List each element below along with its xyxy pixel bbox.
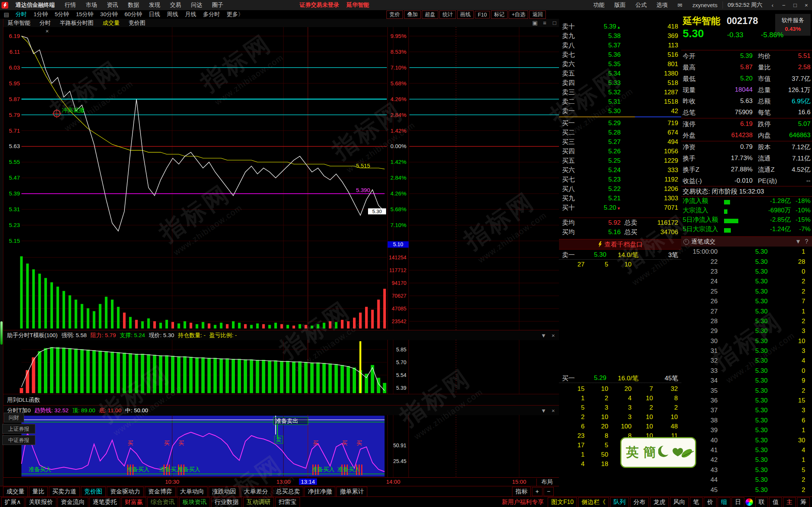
right-tab-龙虎[interactable]: 龙虎 <box>650 497 669 507</box>
orderbook-row-卖一[interactable]: 卖一5.3042 <box>559 106 681 116</box>
toolbar-button-超盘[interactable]: 超盘 <box>422 11 438 19</box>
period-tab-周线[interactable]: 周线 <box>164 11 182 18</box>
period-tab-60分钟[interactable]: 60分钟 <box>121 11 145 18</box>
indicator1-collapse-icon[interactable]: ▼ <box>541 332 546 339</box>
period-tab-30分钟[interactable]: 30分钟 <box>97 11 121 18</box>
orderbook-row-卖八[interactable]: 卖八5.37113 <box>559 41 681 50</box>
bottom-tab-涨跌动因[interactable]: 涨跌动因 <box>209 487 239 497</box>
bottom-tab2-扫雷宝[interactable]: 扫雷宝 <box>275 497 300 507</box>
bottom-tab2-板块资讯[interactable]: 板块资讯 <box>179 497 210 507</box>
orderbook-row-买十[interactable]: 买十5.20▼7071 <box>559 203 681 212</box>
right-tab-笔[interactable]: 笔 <box>690 497 703 507</box>
period-tab-15分钟[interactable]: 15分钟 <box>73 11 97 18</box>
bottom-tab-大单差分[interactable]: 大单差分 <box>241 487 271 497</box>
indicator1-close-icon[interactable]: × <box>551 332 555 339</box>
chart-tab-竞价图[interactable]: 竞价图 <box>124 20 150 27</box>
orderbook-row-卖三[interactable]: 卖三5.321287 <box>559 88 681 97</box>
bottom-tab2-互动调研[interactable]: 互动调研 <box>243 497 274 507</box>
menu-icon[interactable]: ≡ <box>540 20 550 26</box>
orderbook-row-卖七[interactable]: 卖七5.36516 <box>559 50 681 59</box>
chart-tab-分时[interactable]: 分时 <box>35 20 55 27</box>
right-tab-侧边栏《[interactable]: 侧边栏《 <box>578 497 609 507</box>
period-tab-更多〉[interactable]: 更多〉 <box>223 11 247 18</box>
indicator2-collapse-icon[interactable]: ▼ <box>541 407 546 414</box>
tab-tool-+[interactable]: + <box>532 487 542 496</box>
period-tab-分时[interactable]: 分时 <box>12 11 30 18</box>
right-tab-值[interactable]: 值 <box>769 497 782 507</box>
help-icon[interactable]: ? <box>805 238 808 245</box>
menu-item-发现[interactable]: 发现 <box>144 2 165 9</box>
side-button-问财[interactable]: 问财 <box>4 413 24 422</box>
bottom-tab-成交量[interactable]: 成交量 <box>3 487 28 497</box>
bottom-tab-撤单累计[interactable]: 撤单累计 <box>336 487 367 497</box>
bottom-tab2-逐笔委托[interactable]: 逐笔委托 <box>89 497 120 507</box>
orderbook-row-买三[interactable]: 买三5.27494 <box>559 137 681 147</box>
right-tab-分布[interactable]: 分布 <box>630 497 649 507</box>
toolbar-button-+自选[interactable]: +自选 <box>509 11 528 19</box>
period-tab-月线[interactable]: 月线 <box>182 11 200 18</box>
bottom-tab-净挂净撤[interactable]: 净挂净撤 <box>304 487 335 497</box>
orderbook-row-买七[interactable]: 买七5.231192 <box>559 175 681 184</box>
popup-close-icon[interactable]: × <box>45 28 49 34</box>
period-tab-多分时[interactable]: 多分时 <box>200 11 223 18</box>
back-button[interactable]: ‹ <box>767 2 778 8</box>
window-icon[interactable]: □ <box>550 20 559 26</box>
side-button-中证券报[interactable]: 中证券报 <box>2 435 35 445</box>
restore-button[interactable]: □ <box>789 2 801 8</box>
toolbar-button-F10[interactable]: F10 <box>475 11 490 18</box>
orderbook-row-卖九[interactable]: 卖九5.38369 <box>559 31 681 41</box>
bottom-tab2-综合资讯[interactable]: 综合资讯 <box>147 497 178 507</box>
menu-item-交易[interactable]: 交易 <box>165 2 186 9</box>
menu-item-问达[interactable]: 问达 <box>186 2 207 9</box>
chart-tab-延华智能[interactable]: 延华智能 <box>3 20 35 27</box>
menu-item-选项[interactable]: 选项 <box>651 2 673 9</box>
menu-item-行情[interactable]: 行情 <box>60 2 81 9</box>
menu-item-公式[interactable]: 公式 <box>630 2 651 9</box>
bottom-tab-大单动向[interactable]: 大单动向 <box>177 487 208 497</box>
toolbar-button-统计[interactable]: 统计 <box>439 11 456 19</box>
orderbook-row-卖四[interactable]: 卖四5.33518 <box>559 78 681 88</box>
menu-item-功能[interactable]: 功能 <box>588 2 609 9</box>
right-tab-联[interactable]: 联 <box>755 497 768 507</box>
bottom-tab2-关联报价[interactable]: 关联报价 <box>26 497 56 507</box>
orderbook-row-卖二[interactable]: 卖二5.311518 <box>559 97 681 106</box>
bottom-tab-竞价图[interactable]: 竞价图 <box>81 487 106 497</box>
bottom-tab-买卖力道[interactable]: 买卖力道 <box>49 487 80 497</box>
right-tab-筹[interactable]: 筹 <box>797 497 810 507</box>
toolbar-button-叠加[interactable]: 叠加 <box>404 11 421 19</box>
toolbar-button-竞价[interactable]: 竞价 <box>386 11 403 19</box>
chart-tab-成交量[interactable]: 成交量 <box>98 20 124 27</box>
bottom-tab-总买总卖[interactable]: 总买总卖 <box>273 487 303 497</box>
toolbar-button-画线[interactable]: 画线 <box>457 11 474 19</box>
menu-item-数据[interactable]: 数据 <box>123 2 144 9</box>
mail-icon[interactable]: ✉ <box>673 2 687 9</box>
minimize-button[interactable]: − <box>778 2 789 8</box>
bottom-tab-资金驱动力[interactable]: 资金驱动力 <box>107 487 144 497</box>
tab-tool-指标[interactable]: 指标 <box>512 487 531 497</box>
indicator2-close-icon[interactable]: × <box>551 407 555 414</box>
orderbook-row-买四[interactable]: 买四5.261056 <box>559 147 681 156</box>
right-tab-新用户福利专享[interactable]: 新用户福利专享 <box>501 498 544 506</box>
indicator1-chart[interactable]: 5.855.705.545.39 <box>3 340 559 395</box>
orderbook-row-买二[interactable]: 买二5.28674 <box>559 128 681 137</box>
right-tab-队列[interactable]: 队列 <box>610 497 629 507</box>
orderbook-row-卖六[interactable]: 卖六5.35801 <box>559 59 681 69</box>
orderbook-row-买六[interactable]: 买六5.24333 <box>559 165 681 175</box>
period-tab-1分钟[interactable]: 1分钟 <box>30 11 51 18</box>
list-icon[interactable]: ▤ <box>4 11 9 18</box>
time-label-13:14[interactable]: 13:14 <box>299 478 317 485</box>
left-slider-thumb[interactable] <box>0 321 3 345</box>
period-tab-5分钟[interactable]: 5分钟 <box>52 11 73 18</box>
right-tab-主[interactable]: 主 <box>783 497 796 507</box>
right-tab-风向[interactable]: 风向 <box>670 497 689 507</box>
right-tab-细[interactable]: 细 <box>718 497 730 507</box>
layout-button[interactable]: 布局 <box>536 478 557 486</box>
volume-chart[interactable]: 14125411771294170706274708523542 <box>3 248 559 331</box>
intraday-price-chart[interactable]: 6.199.95%6.118.53%6.037.10%5.955.68%5.87… <box>3 27 559 250</box>
bottom-tab2-行业数据[interactable]: 行业数据 <box>211 497 242 507</box>
bottom-tab-资金博弈[interactable]: 资金博弈 <box>145 487 176 497</box>
toolbar-button-返回[interactable]: 返回 <box>529 11 546 19</box>
right-tab-价[interactable]: 价 <box>704 497 717 507</box>
period-tab-日线[interactable]: 日线 <box>145 11 164 18</box>
orderbook-row-卖五[interactable]: 卖五5.341380 <box>559 69 681 78</box>
